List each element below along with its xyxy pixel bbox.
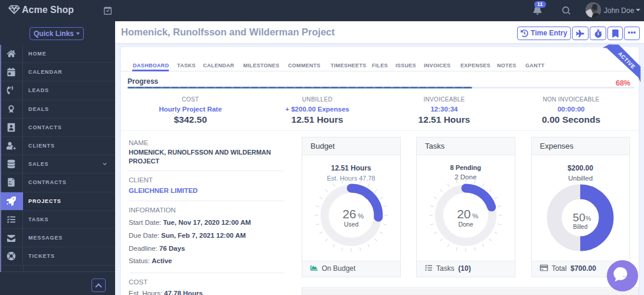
svg-text:Used: Used [344,221,358,228]
svg-text:%: % [586,215,591,222]
svg-text:%: % [472,212,478,219]
svg-text:50: 50 [573,211,586,224]
svg-text:26: 26 [342,207,356,221]
svg-text:%: % [358,212,364,219]
svg-text:20: 20 [457,207,470,221]
svg-text:Billed: Billed [573,224,587,230]
svg-text:Done: Done [458,221,473,228]
